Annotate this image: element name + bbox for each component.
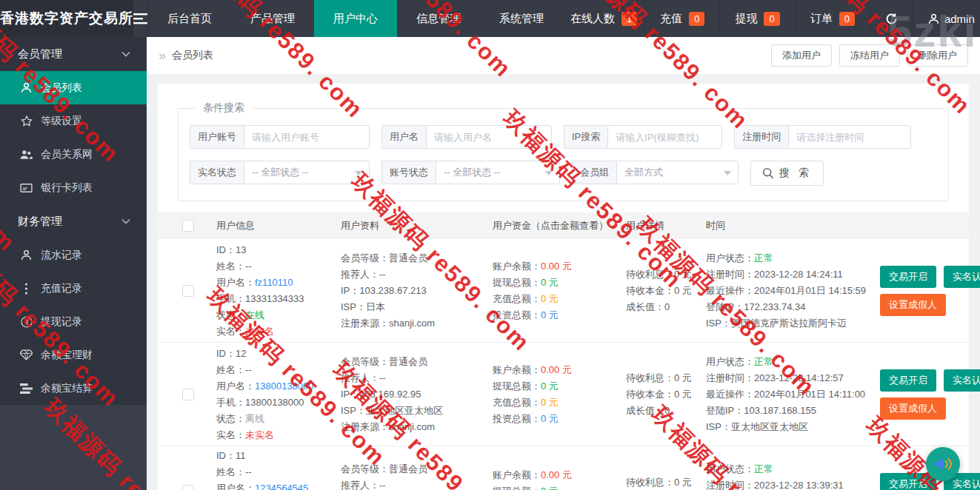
field-value: 美国德克萨斯达拉斯阿卡迈 xyxy=(731,318,847,329)
audio-fab-button[interactable] xyxy=(926,447,960,481)
sidebar-group-2[interactable]: 财务管理 xyxy=(0,204,147,238)
refresh-icon xyxy=(885,13,898,25)
actions-line: 设置成假人 xyxy=(880,294,980,316)
ip-search-label: IP搜索 xyxy=(564,125,607,149)
field-label: 注册来源： xyxy=(341,318,389,329)
sidebar-item-label: 余额宝结算 xyxy=(41,382,93,395)
delete-user-button[interactable]: 删除用户 xyxy=(907,44,968,67)
field-line: ID：13 xyxy=(216,242,341,258)
sidebar-item-充值记录[interactable]: 充值记录 xyxy=(0,272,147,305)
realname-auth-button[interactable]: 实名认证 xyxy=(944,266,980,288)
field-line: 提现总额：0 元 xyxy=(493,275,626,291)
sidebar-item-label: 会员列表 xyxy=(41,81,82,95)
sidebar-item-等级设置[interactable]: 等级设置 xyxy=(0,104,147,138)
field-line: 成长值：0 xyxy=(626,403,706,419)
row-checkbox[interactable] xyxy=(182,389,194,400)
field-label: 最近操作： xyxy=(706,389,754,400)
nav-item-3[interactable]: 用户中心 xyxy=(314,0,397,37)
refresh-button[interactable] xyxy=(870,0,913,37)
nav-item-1[interactable]: 后台首页 xyxy=(148,0,231,37)
sidebar-item-银行卡列表[interactable]: 银行卡列表 xyxy=(0,171,147,204)
actions-line: 交易开启实名认证 xyxy=(880,369,980,392)
sidebar-group-label: 会员管理 xyxy=(18,47,62,61)
field-value: 2023-12-28 14:24:11 xyxy=(754,269,843,280)
field-line: 手机：13331334333 xyxy=(216,291,341,307)
field-value: 103.238.67.213 xyxy=(359,285,426,296)
user-account-field-group: 用户账号 xyxy=(190,125,370,149)
field-label: 用户状态： xyxy=(706,463,754,474)
field-value[interactable]: 1234564545 xyxy=(255,483,308,490)
field-label: 姓名： xyxy=(216,364,245,375)
field-value: 11 xyxy=(236,450,246,461)
sidebar-item-会员关系网[interactable]: 会员关系网 xyxy=(0,138,147,171)
user-icon xyxy=(928,13,939,24)
field-line: 姓名：-- xyxy=(216,362,341,378)
chevron-down-icon xyxy=(121,218,130,224)
field-value[interactable]: 13800138000 xyxy=(255,380,314,392)
field-line: 用户名：1234564545 xyxy=(216,480,341,490)
nav-item-2[interactable]: 产品管理 xyxy=(231,0,314,37)
sidebar-group-1[interactable]: 会员管理 xyxy=(0,37,147,71)
counter-2[interactable]: 提现0 xyxy=(719,0,794,37)
field-label: 注册时间： xyxy=(706,480,754,490)
realname-status-select[interactable]: -- 全部状态 -- xyxy=(244,161,370,184)
diamond-icon xyxy=(20,349,33,360)
layers-icon xyxy=(20,383,33,394)
row-checkbox[interactable] xyxy=(182,285,194,297)
field-line: ID：12 xyxy=(216,346,341,362)
register-time-input[interactable] xyxy=(788,125,911,149)
time-cell: 用户状态：正常注册时间：2023-12-28 14:24:11最近操作：2024… xyxy=(706,250,880,332)
nav-item-5[interactable]: 系统管理 xyxy=(480,0,563,37)
chevron-down-icon xyxy=(545,171,553,175)
field-value: 正常 xyxy=(754,463,773,474)
field-label: 手机： xyxy=(216,397,245,408)
field-value[interactable]: fz110110 xyxy=(255,277,293,288)
username-input[interactable] xyxy=(426,125,552,149)
field-value: -- xyxy=(245,466,252,477)
admin-menu[interactable]: admin xyxy=(913,0,980,37)
user-info-cell: ID：12姓名：--用户名：13800138000手机：13800138000状… xyxy=(216,346,341,443)
counter-1[interactable]: 充值0 xyxy=(644,0,719,37)
field-label: 状态： xyxy=(216,309,245,320)
row-checkbox[interactable] xyxy=(182,485,194,490)
set-fake-user-button[interactable]: 设置成假人 xyxy=(880,397,946,420)
account-status-select[interactable]: -- 全部状态 -- xyxy=(436,161,560,184)
member-group-select[interactable]: 全部方式 xyxy=(616,161,739,184)
field-line: 注册时间：2023-12-28 14:12:57 xyxy=(706,370,880,386)
sidebar-item-label: 等级设置 xyxy=(41,115,82,128)
freeze-user-button[interactable]: 冻结用户 xyxy=(839,44,900,67)
field-value: 2023-12-28 13:39:31 xyxy=(754,480,844,490)
field-value: 0 元 xyxy=(541,413,559,424)
sidebar-item-流水记录[interactable]: 流水记录 xyxy=(0,238,147,272)
trade-toggle-button[interactable]: 交易开启 xyxy=(880,369,936,392)
top-header: 香港数字资产交易所 后台首页产品管理用户中心信息管理系统管理在线人数1 充值0提… xyxy=(0,0,980,37)
nav-item-4[interactable]: 信息管理 xyxy=(397,0,480,37)
sidebar-item-提现记录[interactable]: 提现记录 xyxy=(0,305,147,338)
trade-toggle-button[interactable]: 交易开启 xyxy=(880,266,936,288)
trade-toggle-button[interactable]: 交易开启 xyxy=(880,473,936,490)
sidebar-item-label: 银行卡列表 xyxy=(41,181,93,195)
field-value: 103.169.92.95 xyxy=(359,389,421,400)
search-button[interactable]: 搜 索 xyxy=(750,161,824,186)
field-line: 状态：在线 xyxy=(216,307,341,323)
user-account-input[interactable] xyxy=(244,125,370,149)
sidebar-item-余额宝结算[interactable]: 余额宝结算 xyxy=(0,372,147,405)
select-all-checkbox[interactable] xyxy=(182,220,194,232)
user-funds-cell: 账户余额：0.00 元提现总额：0 元 xyxy=(493,467,626,490)
field-value: 103.187.168.155 xyxy=(744,405,816,416)
field-line: 待收利息：0 元 xyxy=(626,474,706,490)
hamburger-icon[interactable] xyxy=(133,0,148,37)
user-icon xyxy=(20,249,33,261)
field-value: -- xyxy=(379,269,386,280)
realname-auth-button[interactable]: 实名认证 xyxy=(944,369,980,392)
ip-search-input[interactable] xyxy=(607,125,722,149)
sidebar-item-label: 会员关系网 xyxy=(41,148,93,161)
counter-3[interactable]: 订单0 xyxy=(795,0,870,37)
set-fake-user-button[interactable]: 设置成假人 xyxy=(880,294,946,316)
field-value: 2024年01月01日 14:15:59 xyxy=(754,285,866,296)
field-line: 最近操作：2024年01月01日 14:15:59 xyxy=(706,283,880,299)
sidebar-item-会员列表[interactable]: 会员列表 xyxy=(0,71,147,104)
sidebar-item-余额宝理财[interactable]: 余额宝理财 xyxy=(0,338,147,372)
add-user-button[interactable]: 添加用户 xyxy=(771,44,832,67)
column-header-1: 用户信息 xyxy=(216,219,341,232)
